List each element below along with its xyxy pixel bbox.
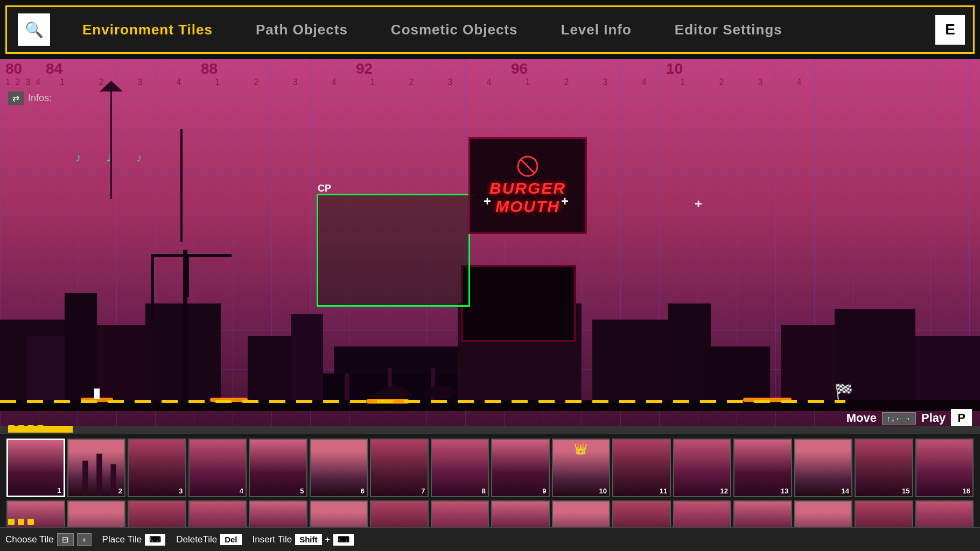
svg-rect-2 bbox=[65, 293, 97, 411]
svg-line-34 bbox=[521, 160, 534, 173]
svg-point-19 bbox=[425, 386, 458, 399]
tile-5[interactable]: 5 bbox=[249, 439, 307, 497]
editor-area[interactable]: 80 1234 84 1234 88 1234 92 1234 96 bbox=[0, 59, 980, 433]
tile-panel: 1 2 3 4 5 6 7 8 9 👑 10 11 12 13 14 15 16… bbox=[0, 433, 980, 551]
character-sprite bbox=[94, 388, 100, 399]
tile-13[interactable]: 13 bbox=[733, 439, 792, 497]
plus-icon-3: + bbox=[695, 196, 702, 211]
cp-marker: CP bbox=[318, 183, 331, 194]
place-tile-key: ⌨ bbox=[145, 534, 165, 546]
crane bbox=[180, 129, 183, 242]
tile-14[interactable]: 14 bbox=[794, 439, 853, 497]
top-navigation: 🔍 Environment Tiles Path Objects Cosmeti… bbox=[5, 5, 975, 54]
tile-scroll-indicator bbox=[8, 519, 34, 525]
tile-7[interactable]: 7 bbox=[370, 439, 429, 497]
tile-4[interactable]: 4 bbox=[188, 439, 247, 497]
tab-cosmetic-objects[interactable]: Cosmetic Objects bbox=[369, 7, 540, 52]
insert-tile-key1: Shift bbox=[295, 534, 321, 545]
tile-12[interactable]: 12 bbox=[673, 439, 732, 497]
scroll-indicator bbox=[8, 425, 44, 432]
choose-tile-key: ⊟ bbox=[57, 533, 74, 546]
move-play-controls: Move ↑↓←→ Play P bbox=[846, 409, 972, 427]
tile-8[interactable]: 8 bbox=[431, 439, 489, 497]
svg-rect-17 bbox=[462, 266, 575, 341]
tile-row-1: 1 2 3 4 5 6 7 8 9 👑 10 11 12 13 14 15 16 bbox=[0, 434, 980, 499]
svg-rect-37 bbox=[110, 464, 116, 496]
ruler-section-96: 96 1234 bbox=[508, 60, 663, 87]
ruler-section-80: 80 1234 bbox=[0, 60, 43, 87]
tile-1[interactable]: 1 bbox=[6, 439, 65, 497]
tile-6[interactable]: 6 bbox=[310, 439, 368, 497]
delete-tile-item: DeleteTile Del bbox=[176, 534, 241, 545]
plus-icon-2: + bbox=[561, 194, 569, 209]
tile-10[interactable]: 👑 10 bbox=[552, 439, 611, 497]
bottom-toolbar: Choose Tile ⊟ + Place Tile ⌨ DeleteTile … bbox=[0, 527, 980, 551]
road-line bbox=[0, 400, 845, 403]
choose-tile-item: Choose Tile ⊟ + bbox=[5, 533, 92, 546]
svg-rect-22 bbox=[592, 320, 668, 411]
antenna-tower bbox=[110, 91, 112, 199]
insert-tile-item: Insert Tile Shift + ⌨ bbox=[253, 534, 354, 546]
place-tile-item: Place Tile ⌨ bbox=[102, 534, 166, 546]
burger-logo-icon bbox=[517, 156, 538, 177]
svg-rect-12 bbox=[334, 347, 468, 373]
tile-3[interactable]: 3 bbox=[128, 439, 186, 497]
city-silhouette bbox=[0, 239, 980, 411]
tile-16[interactable]: 16 bbox=[915, 439, 974, 497]
svg-rect-6 bbox=[151, 254, 232, 257]
choose-tile-key2: + bbox=[77, 533, 92, 546]
insert-tile-key2: ⌨ bbox=[333, 534, 354, 546]
music-notes: ♪ ♩ ♪ bbox=[75, 151, 153, 165]
svg-rect-27 bbox=[915, 336, 980, 411]
tile-15[interactable]: 15 bbox=[855, 439, 913, 497]
ruler-section-88: 88 1234 bbox=[198, 60, 353, 87]
info-label: ⇄ Infos: bbox=[8, 91, 52, 105]
tab-editor-settings[interactable]: Editor Settings bbox=[653, 7, 804, 52]
svg-rect-7 bbox=[151, 254, 154, 319]
burger-sign: BURGER MOUTH bbox=[468, 137, 587, 234]
ruler-section-84: 84 1234 bbox=[43, 60, 198, 87]
insert-tile-label: Insert Tile bbox=[253, 534, 292, 545]
svg-rect-35 bbox=[82, 461, 88, 496]
svg-rect-8 bbox=[186, 254, 189, 297]
choose-tile-label: Choose Tile bbox=[5, 534, 54, 545]
info-icon: ⇄ bbox=[8, 91, 24, 105]
svg-rect-10 bbox=[291, 314, 323, 411]
e-button[interactable]: E bbox=[935, 15, 965, 45]
tile-2[interactable]: 2 bbox=[67, 439, 126, 497]
ruler-section-100: 10 1234 bbox=[663, 60, 818, 87]
tab-level-info[interactable]: Level Info bbox=[540, 7, 653, 52]
finish-flag: 🏁 bbox=[835, 383, 853, 400]
ruler: 80 1234 84 1234 88 1234 92 1234 96 bbox=[0, 59, 980, 89]
burger-text-bottom: MOUTH bbox=[495, 197, 560, 216]
search-button[interactable]: 🔍 bbox=[18, 13, 50, 46]
nav-tabs: Environment Tiles Path Objects Cosmetic … bbox=[61, 7, 935, 52]
delete-tile-key: Del bbox=[220, 534, 241, 545]
tab-environment-tiles[interactable]: Environment Tiles bbox=[61, 7, 234, 52]
tab-path-objects[interactable]: Path Objects bbox=[234, 7, 369, 52]
svg-rect-23 bbox=[668, 303, 711, 411]
editor-scrollbar[interactable] bbox=[0, 426, 980, 433]
delete-tile-label: DeleteTile bbox=[176, 534, 217, 545]
tile-9[interactable]: 9 bbox=[491, 439, 550, 497]
burger-text-top: BURGER bbox=[489, 179, 566, 197]
selected-tile-outline bbox=[317, 194, 470, 307]
move-keys: ↑↓←→ bbox=[882, 412, 916, 425]
move-label: Move bbox=[846, 411, 877, 425]
ruler-section-92: 92 1234 bbox=[353, 60, 508, 87]
place-tile-label: Place Tile bbox=[102, 534, 142, 545]
play-label: Play bbox=[921, 411, 946, 425]
svg-rect-36 bbox=[96, 454, 102, 496]
plus-icon-1: + bbox=[484, 194, 491, 209]
tile-11[interactable]: 11 bbox=[612, 439, 671, 497]
play-key: P bbox=[951, 409, 972, 427]
